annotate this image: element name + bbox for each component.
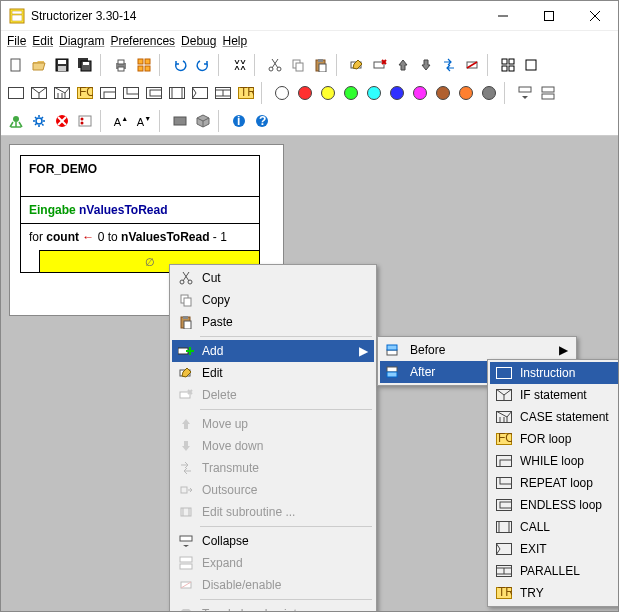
color-swatch[interactable]	[340, 82, 362, 104]
edit-element-button[interactable]	[346, 54, 368, 76]
collapse-all-button[interactable]	[514, 82, 536, 104]
menu-file[interactable]: File	[7, 34, 26, 48]
color-swatch[interactable]	[271, 82, 293, 104]
ctx-type-instruction[interactable]: Instruction	[490, 362, 619, 384]
diagram-title[interactable]: FOR_DEMO	[21, 156, 259, 196]
ctx-cut[interactable]: Cut	[172, 267, 374, 289]
menu-diagram[interactable]: Diagram	[59, 34, 104, 48]
ctx-type-try[interactable]: TRYTRY	[490, 582, 619, 604]
diagram-frame[interactable]: FOR_DEMO Eingabe nValuesToRead for count…	[20, 155, 260, 273]
execute-button[interactable]	[5, 110, 27, 132]
ctx-type-parallel[interactable]: PARALLEL	[490, 560, 619, 582]
menu-debug[interactable]: Debug	[181, 34, 216, 48]
move-down-button[interactable]	[415, 54, 437, 76]
move-up-button[interactable]	[392, 54, 414, 76]
breakpoint-list-button[interactable]	[74, 110, 96, 132]
color-swatch[interactable]	[294, 82, 316, 104]
ctx-move-up[interactable]: Move up	[172, 413, 374, 435]
new-button[interactable]	[5, 54, 27, 76]
ctx-edit[interactable]: Edit	[172, 362, 374, 384]
single-view-button[interactable]	[520, 54, 542, 76]
menu-help[interactable]: Help	[222, 34, 247, 48]
ctx-collapse[interactable]: Collapse	[172, 530, 374, 552]
disable-button[interactable]	[461, 54, 483, 76]
shape-instruction-button[interactable]	[5, 82, 27, 104]
svg-text:?: ?	[259, 114, 266, 128]
diagram-input-row[interactable]: Eingabe nValuesToRead	[21, 196, 259, 223]
menu-preferences[interactable]: Preferences	[110, 34, 175, 48]
svg-rect-78	[184, 298, 191, 306]
copy-button[interactable]	[287, 54, 309, 76]
color-swatch[interactable]	[432, 82, 454, 104]
stop-button[interactable]	[51, 110, 73, 132]
save-all-button[interactable]	[74, 54, 96, 76]
window-controls	[480, 1, 618, 31]
ctx-before[interactable]: Before▶	[380, 339, 574, 361]
shape-call-button[interactable]	[166, 82, 188, 104]
svg-rect-52	[193, 88, 208, 99]
group-view-button[interactable]	[497, 54, 519, 76]
toggle-3d-button[interactable]	[192, 110, 214, 132]
ctx-paste[interactable]: Paste	[172, 311, 374, 333]
maximize-button[interactable]	[526, 1, 572, 31]
save-button[interactable]	[51, 54, 73, 76]
undo-button[interactable]	[169, 54, 191, 76]
font-up-button[interactable]: A▲	[110, 110, 132, 132]
shape-for-button[interactable]: FOR	[74, 82, 96, 104]
arrange-button[interactable]	[133, 54, 155, 76]
find-button[interactable]	[228, 54, 250, 76]
open-button[interactable]	[28, 54, 50, 76]
close-button[interactable]	[572, 1, 618, 31]
color-swatch[interactable]	[317, 82, 339, 104]
color-swatch[interactable]	[478, 82, 500, 104]
ctx-add[interactable]: Add▶	[172, 340, 374, 362]
instruction-icon	[494, 365, 514, 381]
ctx-type-repeat[interactable]: REPEAT loop	[490, 472, 619, 494]
toggle-comments-button[interactable]	[169, 110, 191, 132]
minimize-button[interactable]	[480, 1, 526, 31]
ctx-copy[interactable]: Copy	[172, 289, 374, 311]
help-button[interactable]: ?	[251, 110, 273, 132]
ctx-type-case[interactable]: CASE statement	[490, 406, 619, 428]
ctx-edit-subroutine[interactable]: Edit subroutine ...	[172, 501, 374, 523]
shape-try-button[interactable]: TRY	[235, 82, 257, 104]
cut-button[interactable]	[264, 54, 286, 76]
info-button[interactable]: i	[228, 110, 250, 132]
redo-button[interactable]	[192, 54, 214, 76]
shape-endless-button[interactable]	[143, 82, 165, 104]
ctx-type-while[interactable]: WHILE loop	[490, 450, 619, 472]
ctx-delete[interactable]: Delete	[172, 384, 374, 406]
shape-exit-button[interactable]	[189, 82, 211, 104]
ctx-type-call[interactable]: CALL	[490, 516, 619, 538]
transmute-button[interactable]	[438, 54, 460, 76]
color-swatch[interactable]	[363, 82, 385, 104]
ctx-type-if[interactable]: IF statement	[490, 384, 619, 406]
shape-repeat-button[interactable]	[120, 82, 142, 104]
color-swatch[interactable]	[409, 82, 431, 104]
shape-if-button[interactable]	[28, 82, 50, 104]
for-header[interactable]: for count ← 0 to nValuesToRead - 1	[21, 224, 259, 250]
shape-case-button[interactable]	[51, 82, 73, 104]
ctx-toggle-breakpoint[interactable]: Toggle breakpoint	[172, 603, 374, 612]
ctx-disable[interactable]: Disable/enable	[172, 574, 374, 596]
font-down-button[interactable]: A▼	[133, 110, 155, 132]
expand-all-button[interactable]	[537, 82, 559, 104]
color-swatch[interactable]	[386, 82, 408, 104]
ctx-type-exit[interactable]: EXIT	[490, 538, 619, 560]
ctx-type-for[interactable]: FORFOR loop	[490, 428, 619, 450]
color-swatch[interactable]	[455, 82, 477, 104]
shape-while-button[interactable]	[97, 82, 119, 104]
shape-parallel-button[interactable]	[212, 82, 234, 104]
ctx-transmute[interactable]: Transmute	[172, 457, 374, 479]
ctx-type-endless[interactable]: ENDLESS loop	[490, 494, 619, 516]
print-button[interactable]	[110, 54, 132, 76]
settings-button[interactable]	[28, 110, 50, 132]
app-icon	[9, 8, 25, 24]
ctx-outsource[interactable]: Outsource	[172, 479, 374, 501]
svg-rect-99	[387, 345, 397, 350]
ctx-move-down[interactable]: Move down	[172, 435, 374, 457]
delete-element-button[interactable]	[369, 54, 391, 76]
menu-edit[interactable]: Edit	[32, 34, 53, 48]
paste-button[interactable]	[310, 54, 332, 76]
ctx-expand[interactable]: Expand	[172, 552, 374, 574]
